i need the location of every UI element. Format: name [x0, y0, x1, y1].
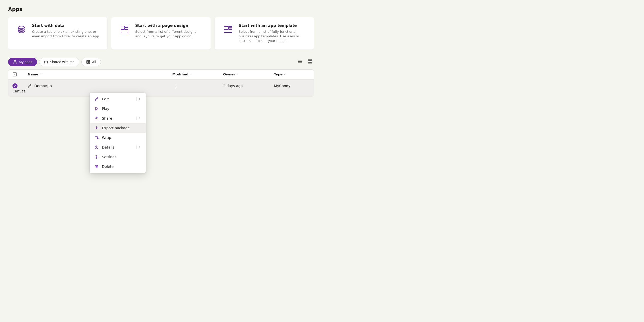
svg-point-12: [44, 61, 46, 62]
svg-line-29: [97, 98, 98, 99]
start-page-title: Start with a page design: [135, 23, 203, 28]
name-sort-arrow: ⌄: [39, 73, 42, 76]
svg-point-35: [96, 156, 97, 157]
svg-rect-23: [308, 62, 310, 63]
svg-rect-20: [298, 62, 302, 63]
svg-rect-17: [88, 62, 90, 63]
header-name[interactable]: Name ⌄: [28, 72, 172, 76]
page-title: Apps: [8, 6, 314, 12]
tab-my-apps-label: My apps: [19, 60, 32, 64]
start-template-desc: Select from a list of fully-functional b…: [239, 29, 307, 43]
menu-item-wrap[interactable]: Wrap: [90, 133, 146, 142]
svg-rect-18: [298, 60, 302, 60]
row-modified: 2 days ago: [223, 84, 274, 88]
apps-table: Name ⌄ Modified ⌄ Owner ⌄ Type ⌄: [8, 69, 314, 96]
svg-rect-21: [308, 59, 310, 61]
svg-rect-9: [228, 28, 232, 29]
menu-item-delete[interactable]: Delete: [90, 162, 146, 171]
share-divider: [136, 117, 136, 120]
svg-rect-16: [87, 62, 88, 63]
svg-marker-30: [96, 107, 98, 110]
page-design-icon: [118, 23, 131, 36]
svg-rect-24: [310, 62, 312, 63]
type-sort-arrow: ⌄: [284, 73, 286, 76]
edit-divider: [136, 97, 136, 101]
details-menu-icon: [94, 145, 99, 150]
svg-rect-5: [125, 28, 128, 29]
menu-item-play[interactable]: Play: [90, 104, 146, 114]
row-more-options-button[interactable]: ⋮: [172, 83, 180, 89]
menu-item-settings[interactable]: Settings: [90, 152, 146, 162]
start-data-title: Start with data: [32, 23, 100, 28]
shared-icon: [44, 60, 48, 64]
app-name: DemoApp: [34, 84, 52, 88]
share-menu-icon: [94, 116, 99, 121]
header-modified[interactable]: Modified ⌄: [172, 72, 223, 76]
wrap-menu-icon: [94, 135, 99, 140]
row-checkbox[interactable]: [12, 83, 18, 88]
svg-line-27: [14, 74, 16, 75]
details-chevron-icon: [138, 146, 141, 149]
svg-line-28: [30, 85, 31, 86]
svg-rect-8: [228, 26, 232, 28]
svg-rect-22: [310, 59, 312, 61]
svg-point-13: [46, 61, 47, 62]
table-row: DemoApp ⋮ 2 days ago MyCondy Canvas: [8, 79, 314, 96]
svg-rect-3: [121, 26, 124, 29]
start-cards-container: Start with data Create a table, pick an …: [8, 17, 314, 50]
start-with-template-card[interactable]: Start with an app template Select from a…: [215, 17, 314, 50]
tab-shared-label: Shared with me: [50, 60, 74, 64]
tabs-row: My apps Shared with me All: [8, 58, 314, 66]
table-header: Name ⌄ Modified ⌄ Owner ⌄ Type ⌄: [8, 70, 314, 79]
start-data-desc: Create a table, pick an existing one, or…: [32, 29, 100, 39]
list-view-button[interactable]: [296, 58, 304, 66]
tab-buttons: My apps Shared with me All: [8, 58, 101, 66]
start-with-data-card[interactable]: Start with data Create a table, pick an …: [8, 17, 107, 50]
svg-point-11: [14, 60, 16, 62]
tab-my-apps[interactable]: My apps: [8, 58, 37, 66]
row-name-cell: DemoApp: [28, 84, 172, 88]
row-owner: MyCondy: [274, 84, 310, 88]
edit-menu-icon: [94, 97, 99, 101]
modified-sort-arrow: ⌄: [189, 73, 192, 76]
svg-line-26: [14, 74, 14, 75]
tab-all-label: All: [92, 60, 96, 64]
svg-rect-15: [88, 60, 90, 62]
svg-rect-7: [224, 26, 228, 29]
context-menu: Edit: [90, 93, 146, 173]
svg-point-34: [96, 146, 97, 147]
menu-item-export-package[interactable]: Export package: [90, 123, 146, 133]
delete-menu-icon: [94, 164, 99, 169]
edit-chevron-icon: [138, 98, 141, 101]
owner-sort-arrow: ⌄: [236, 73, 239, 76]
header-check: [12, 72, 28, 77]
grid-icon: [86, 60, 90, 64]
menu-item-share[interactable]: Share: [90, 114, 146, 123]
row-type: Canvas: [12, 89, 28, 93]
tab-all[interactable]: All: [81, 58, 101, 66]
svg-rect-4: [125, 26, 128, 27]
edit-pencil-icon[interactable]: [28, 84, 32, 88]
settings-menu-icon: [94, 155, 99, 159]
person-icon: [13, 60, 17, 64]
select-all-icon[interactable]: [12, 72, 17, 77]
svg-rect-6: [121, 30, 128, 33]
grid-view-button[interactable]: [306, 58, 314, 66]
menu-item-details[interactable]: Details: [90, 142, 146, 152]
start-with-page-card[interactable]: Start with a page design Select from a l…: [111, 17, 210, 50]
tab-shared-with-me[interactable]: Shared with me: [39, 58, 79, 66]
svg-rect-31: [95, 136, 97, 139]
header-owner[interactable]: Owner ⌄: [223, 72, 274, 76]
svg-rect-19: [298, 61, 302, 62]
start-template-title: Start with an app template: [239, 23, 307, 28]
header-type[interactable]: Type ⌄: [274, 72, 310, 76]
svg-point-0: [18, 26, 24, 29]
play-menu-icon: [94, 106, 99, 111]
start-page-desc: Select from a list of different designs …: [135, 29, 203, 39]
details-divider: [136, 146, 136, 149]
export-menu-icon: [94, 126, 99, 130]
share-chevron-icon: [138, 117, 141, 120]
svg-rect-14: [87, 60, 88, 62]
svg-rect-10: [224, 30, 232, 33]
menu-item-edit[interactable]: Edit: [90, 94, 146, 104]
